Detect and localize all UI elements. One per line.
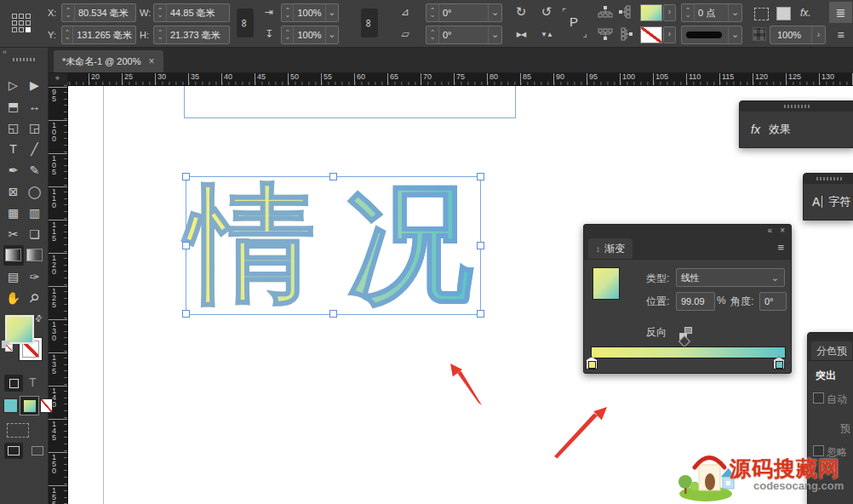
apply-color-button[interactable] [3,398,18,413]
opacity-field[interactable]: 100% › [770,26,826,44]
selection-handle-nw[interactable] [182,173,190,180]
dropdown-icon[interactable]: ⌄ [325,26,338,43]
distribute-up-icon[interactable] [598,5,613,19]
direct-selection-tool[interactable]: ▶ [25,75,45,95]
angle-field[interactable]: 0° [759,292,787,311]
distribute-down-icon[interactable] [598,27,613,41]
spinner-icon[interactable]: ⌃⌄ [62,26,73,43]
y-field[interactable]: ⌃⌄ 131.265 毫米 [61,26,136,44]
dropdown-icon[interactable]: ⌄ [771,272,784,284]
proxy-cell[interactable] [12,14,17,19]
constrain-dimensions-link-icon[interactable]: ∞ [237,9,254,37]
default-fill-stroke-icon[interactable] [2,341,12,351]
apply-gradient-button[interactable] [20,396,39,415]
gradient-feather-tool[interactable] [25,245,45,266]
selection-handle-se[interactable] [477,310,484,318]
position-field[interactable]: 99.09 [676,292,715,311]
gradient-type-dropdown[interactable]: 线性 ⌄ [676,268,785,287]
table-tool[interactable]: ▦ [3,203,24,223]
content-placer-tool[interactable]: ◲ [25,117,45,138]
empty-text-frame[interactable] [184,85,516,118]
fill-proxy-swatch[interactable] [5,315,34,344]
selection-handle-w[interactable] [182,242,190,249]
rotate-cw-icon[interactable]: ↻ [512,3,530,20]
formatting-affects-container-button[interactable] [4,375,23,392]
panel-drag-strip[interactable] [804,174,853,184]
fill-more-button[interactable]: › [663,4,676,21]
gradient-preview-swatch[interactable] [593,267,620,300]
proxy-cell[interactable] [12,27,17,32]
rotate-ccw-icon[interactable]: ↺ [538,3,555,20]
proxy-cell[interactable] [19,27,24,32]
separations-tab[interactable]: 分色预 [811,341,852,360]
dropdown-icon[interactable]: ⌄ [488,26,501,43]
scale-x-field[interactable]: ⌃⌄ 100% ⌄ [281,3,339,22]
x-field[interactable]: ⌃⌄ 80.534 毫米 [61,3,136,22]
spinner-icon[interactable]: ⌃⌄ [682,4,695,21]
free-transform-tool[interactable]: ❏ [25,224,45,244]
distribute-right-icon[interactable] [618,27,633,41]
panel-drag-strip[interactable] [740,101,853,112]
column-grid-tool[interactable]: ▥ [25,203,45,223]
effects-menu-icon[interactable]: fx. [800,7,811,19]
selection-bounding-box[interactable] [186,176,481,315]
select-content-indicator[interactable]: ⌜ P ⌟ [562,7,587,39]
control-panel-dock-icon-bottom[interactable]: ≡ [829,24,852,45]
spinner-icon[interactable]: ⌃⌄ [154,4,167,21]
scissors-tool[interactable]: ✂ [3,224,24,244]
zoom-tool[interactable]: ⚲ [25,288,45,308]
w-field[interactable]: ⌃⌄ 44.85 毫米 [153,3,230,22]
reference-point-proxy[interactable] [12,14,31,32]
content-collector-tool[interactable]: ◱ [3,117,24,138]
gradient-swatch-tool[interactable] [3,245,24,266]
proxy-cell[interactable] [26,14,31,19]
proxy-cell[interactable] [19,20,24,26]
effects-panel-collapsed[interactable]: fx 效果 [739,100,853,148]
rotation-field[interactable]: ⌃⌄ 0° ⌄ [426,3,502,22]
dropdown-icon[interactable]: ⌄ [728,26,741,43]
formatting-affects-text-button[interactable]: T [29,375,37,389]
panel-drag-strip[interactable] [808,333,853,340]
spinner-icon[interactable]: ⌃⌄ [62,4,75,21]
ruler-origin-box[interactable]: ⌖ [48,72,68,86]
proxy-cell-selected[interactable] [26,27,31,32]
proxy-cell[interactable] [19,14,24,19]
stroke-weight-field[interactable]: ⌃⌄ 0 点 ⌄ [681,3,742,22]
flip-horizontal-icon[interactable]: ▶◀ [512,26,530,43]
corner-options-icon[interactable] [776,7,791,20]
spinner-icon[interactable]: ⌃⌄ [282,26,294,43]
close-panel-icon[interactable]: × [780,226,785,235]
note-tool[interactable]: ▤ [3,266,24,287]
dropdown-icon[interactable]: › [811,26,825,43]
stroke-style-dropdown[interactable]: ⌄ [681,26,742,44]
control-panel-dock-icon-top[interactable]: ≣ [829,2,852,23]
pencil-tool[interactable]: ✎ [25,160,45,180]
selection-handle-n[interactable] [329,173,337,180]
preview-mode-button[interactable] [28,443,47,459]
flip-vertical-icon[interactable]: ▼▲ [538,26,555,43]
h-field[interactable]: ⌃⌄ 21.373 毫米 [153,26,230,44]
type-tool[interactable]: T [3,139,24,159]
normal-view-mode-button[interactable] [4,443,23,459]
rectangle-frame-tool[interactable]: ⊠ [3,181,24,202]
gap-tool[interactable]: ↔ [25,96,45,117]
selection-handle-e[interactable] [477,242,484,249]
gradient-panel-titlebar[interactable]: « × [584,225,791,238]
page-tool[interactable]: ⬒ [3,96,24,117]
stroke-more-button[interactable]: › [663,26,676,43]
selection-handle-sw[interactable] [182,310,190,318]
hand-tool[interactable]: ✋ [3,288,24,308]
character-panel-collapsed[interactable]: A 字符 [803,173,853,220]
gradient-ramp[interactable] [591,346,786,358]
constrain-scale-link-icon[interactable]: ∞ [361,9,378,37]
proxy-cell[interactable] [12,20,17,26]
collapse-dock-icon[interactable]: « [3,48,7,56]
apply-none-button[interactable] [40,398,53,413]
vertical-ruler[interactable]: 9 51 0 01 0 51 1 01 1 51 2 01 2 51 3 01 … [48,85,68,504]
dropdown-icon[interactable]: ⌄ [488,4,501,21]
spinner-icon[interactable]: ⌃⌄ [426,26,439,43]
panel-toggle-icon[interactable]: ↕ [596,244,600,254]
spinner-icon[interactable]: ⌃⌄ [426,4,439,21]
document-tab[interactable]: *未命名-1 @ 200% × [54,50,163,72]
shear-field[interactable]: ⌃⌄ 0° ⌄ [426,26,502,44]
